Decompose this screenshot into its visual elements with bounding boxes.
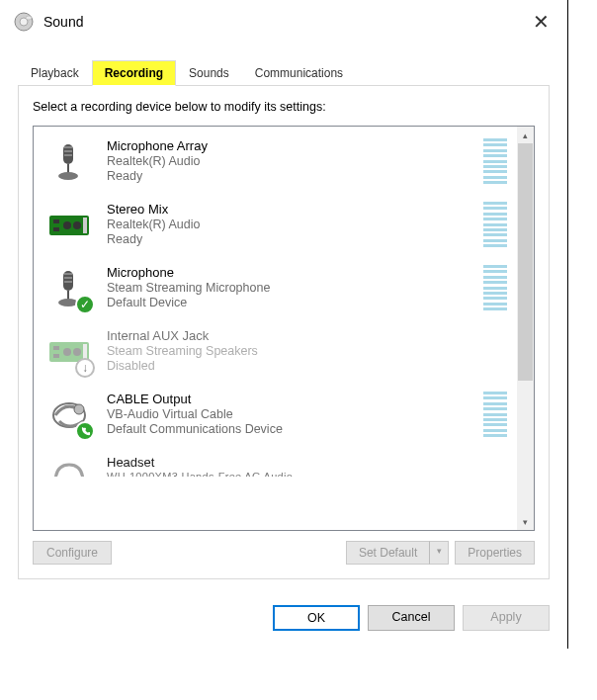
device-subtitle: Realtek(R) Audio <box>107 218 475 231</box>
device-subtitle: VB-Audio Virtual Cable <box>107 407 475 421</box>
svg-point-24 <box>63 348 71 356</box>
device-status: Default Device <box>107 296 475 309</box>
device-row[interactable]: Microphone Array Realtek(R) Audio Ready <box>34 132 517 196</box>
svg-rect-6 <box>64 146 72 148</box>
svg-point-12 <box>63 221 71 229</box>
level-meter <box>483 392 507 437</box>
device-name: Headset <box>107 455 507 470</box>
svg-rect-20 <box>64 281 72 283</box>
window-title: Sound <box>43 14 527 30</box>
device-name: CABLE Output <box>107 392 475 406</box>
sound-icon <box>12 10 36 34</box>
svg-rect-7 <box>64 150 72 152</box>
default-check-icon: ✓ <box>75 295 95 314</box>
dialog-footer: OK Cancel Apply <box>0 591 567 649</box>
svg-point-2 <box>26 16 32 20</box>
device-status: Disabled <box>107 359 507 373</box>
device-row[interactable]: Stereo Mix Realtek(R) Audio Ready <box>34 196 517 259</box>
device-list[interactable]: Microphone Array Realtek(R) Audio Ready <box>34 127 517 530</box>
titlebar: Sound ✕ <box>0 0 567 42</box>
microphone-icon <box>45 138 93 186</box>
device-subtitle: Steam Streaming Speakers <box>107 344 507 358</box>
svg-rect-19 <box>64 277 72 279</box>
device-row[interactable]: CABLE Output VB-Audio Virtual Cable Defa… <box>34 386 517 449</box>
sound-dialog: Sound ✕ Playback Recording Sounds Commun… <box>0 0 568 649</box>
device-row[interactable]: Headset WH-1000XM3 Hands-Free AG Audio <box>34 449 517 477</box>
default-comm-icon <box>75 421 95 441</box>
device-subtitle: Realtek(R) Audio <box>107 154 475 168</box>
svg-point-5 <box>58 172 78 180</box>
soundcard-icon <box>45 202 93 249</box>
tab-communications[interactable]: Communications <box>242 60 356 86</box>
ok-button[interactable]: OK <box>273 605 360 631</box>
apply-button[interactable]: Apply <box>463 605 550 631</box>
svg-rect-23 <box>53 354 59 358</box>
scroll-up-icon[interactable]: ▴ <box>517 127 534 143</box>
svg-rect-14 <box>83 218 87 233</box>
device-status: Default Communications Device <box>107 422 475 436</box>
svg-rect-10 <box>53 219 59 223</box>
svg-rect-18 <box>64 273 72 275</box>
tab-recording[interactable]: Recording <box>92 60 176 86</box>
soundcard-icon: ↓ <box>45 328 93 376</box>
set-default-dropdown[interactable]: ▾ <box>429 541 449 565</box>
close-button[interactable]: ✕ <box>527 12 555 32</box>
headset-icon <box>45 455 93 477</box>
tab-playback[interactable]: Playback <box>18 60 92 86</box>
disabled-arrow-icon: ↓ <box>75 358 95 378</box>
scroll-thumb[interactable] <box>518 143 533 381</box>
scroll-down-icon[interactable]: ▾ <box>517 513 534 530</box>
cable-device-icon <box>45 392 93 439</box>
svg-point-25 <box>73 348 81 356</box>
device-subtitle: WH-1000XM3 Hands-Free AG Audio <box>107 471 507 477</box>
cancel-button[interactable]: Cancel <box>368 605 455 631</box>
tab-content: Select a recording device below to modif… <box>18 86 550 579</box>
device-action-row: Configure Set Default ▾ Properties <box>33 541 535 565</box>
device-name: Microphone <box>107 265 475 280</box>
properties-button[interactable]: Properties <box>455 541 535 565</box>
tab-strip: Playback Recording Sounds Communications <box>18 59 550 86</box>
set-default-split-button[interactable]: Set Default ▾ <box>346 541 449 565</box>
device-status: Ready <box>107 169 475 183</box>
device-name: Internal AUX Jack <box>107 328 507 343</box>
level-meter <box>483 138 507 184</box>
svg-rect-22 <box>53 346 59 350</box>
microphone-icon: ✓ <box>45 265 93 312</box>
device-name: Microphone Array <box>107 138 475 153</box>
device-subtitle: Steam Streaming Microphone <box>107 281 475 295</box>
level-meter <box>483 202 507 247</box>
device-row[interactable]: ↓ Internal AUX Jack Steam Streaming Spea… <box>34 322 517 386</box>
configure-button[interactable]: Configure <box>33 541 112 565</box>
device-status: Ready <box>107 232 475 246</box>
device-name: Stereo Mix <box>107 202 475 217</box>
instruction-text: Select a recording device below to modif… <box>33 100 535 114</box>
svg-point-28 <box>74 404 84 414</box>
device-list-container: Microphone Array Realtek(R) Audio Ready <box>33 126 535 531</box>
svg-rect-11 <box>53 227 59 231</box>
scrollbar[interactable]: ▴ ▾ <box>517 127 534 530</box>
svg-point-13 <box>73 221 81 229</box>
tab-sounds[interactable]: Sounds <box>176 60 242 86</box>
svg-rect-8 <box>64 154 72 156</box>
level-meter <box>483 265 507 310</box>
set-default-button[interactable]: Set Default <box>346 541 429 565</box>
device-row[interactable]: ✓ Microphone Steam Streaming Microphone … <box>34 259 517 322</box>
